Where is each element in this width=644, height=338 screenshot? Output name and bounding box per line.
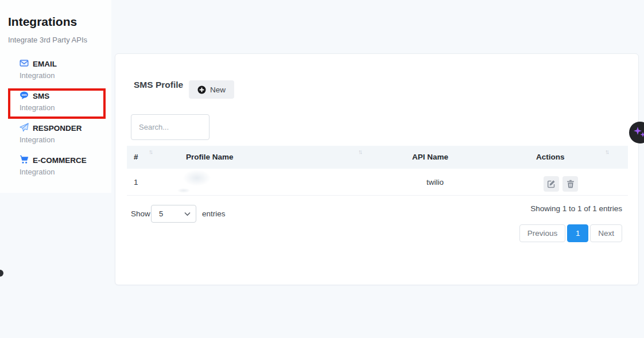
pagination-next-button[interactable]: Next [590,224,622,242]
delete-button[interactable] [562,176,578,192]
page-size-select[interactable]: 5 [151,205,196,223]
sms-profile-card: SMS Profile New # Profile Name API Name … [115,53,639,285]
sparkles-icon [633,125,644,140]
page-title: Integrations [8,15,77,29]
sort-icon: ↑↓ [358,148,361,155]
sort-icon: ↑↓ [605,148,608,155]
sidebar-item-label: SMS [33,92,49,100]
chat-bubble-icon: SMS [20,91,29,102]
sidebar-item-label: RESPONDER [33,124,82,133]
sort-icon: ↑↓ [149,148,152,155]
column-header-profile-name[interactable]: Profile Name [186,146,234,169]
column-header-api-name[interactable]: API Name [412,146,448,169]
sidebar-item-ecommerce[interactable]: E-COMMERCE Integration [20,156,111,176]
cell-index: 1 [134,169,138,196]
sidebar-item-sublabel: Integration [20,103,111,112]
new-button[interactable]: New [189,80,234,99]
sidebar-item-sublabel: Integration [20,135,111,144]
integrations-sidebar: EMAIL Integration SMS SMS Integration RE… [20,59,111,188]
trash-icon [567,180,575,188]
panel-title: SMS Profile [134,80,183,90]
entries-label: entries [202,209,226,218]
sidebar-item-email[interactable]: EMAIL Integration [20,59,111,80]
plus-circle-icon [197,86,206,94]
redacted-smudge [177,188,190,193]
pagination-page-1-button[interactable]: 1 [567,224,588,242]
show-label: Show [131,209,150,218]
search-input[interactable] [131,114,210,140]
pagination: Previous 1 Next [519,224,622,242]
sidebar-item-responder[interactable]: RESPONDER Integration [20,123,111,144]
table-header-row: # Profile Name API Name Actions ↑↓ ↑↓ ↑↓ [127,146,628,169]
sidebar-item-label: EMAIL [33,60,57,68]
edit-pencil-icon [547,180,556,188]
envelope-icon [20,59,29,69]
pagination-previous-button[interactable]: Previous [519,224,566,242]
svg-text:SMS: SMS [21,94,26,96]
edge-widget-handle[interactable] [0,270,3,277]
paper-plane-icon [20,123,29,134]
column-header-index[interactable]: # [134,146,138,169]
sidebar-item-sms[interactable]: SMS SMS Integration [20,91,111,112]
sidebar-item-sublabel: Integration [20,71,111,80]
edit-button[interactable] [544,176,559,192]
chevron-down-icon [184,212,191,216]
new-button-label: New [210,86,226,94]
sidebar-item-label: E-COMMERCE [33,156,87,165]
sidebar-item-sublabel: Integration [20,168,111,176]
table-row: 1 twilio [127,169,628,196]
page-size-value: 5 [159,209,163,218]
showing-entries-text: Showing 1 to 1 of 1 entries [530,204,622,213]
cart-icon [20,155,29,166]
page-subtitle: Integrate 3rd Party APIs [8,36,87,44]
column-header-actions[interactable]: Actions [536,146,565,169]
redacted-profile-name [183,170,211,186]
cell-api-name: twilio [426,169,444,196]
